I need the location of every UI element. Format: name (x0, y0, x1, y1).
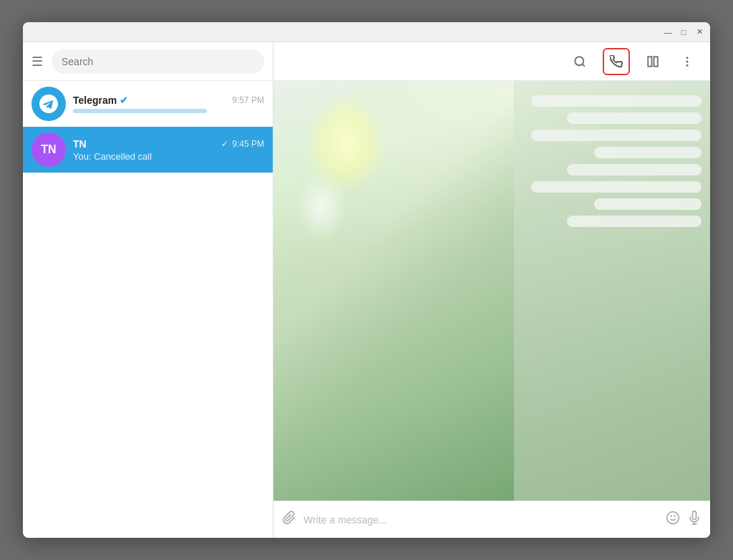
svg-point-6 (686, 64, 689, 66)
list-item[interactable]: Telegram ✔ 9:57 PM (23, 81, 273, 127)
message-bubble (531, 130, 702, 141)
telegram-window: — □ ✕ ☰ (23, 22, 710, 538)
chat-name: Telegram ✔ (73, 95, 128, 106)
message-bubble (567, 216, 702, 227)
svg-point-4 (686, 57, 689, 59)
message-input-area: Write a message... (273, 501, 710, 538)
message-bubble (567, 164, 702, 175)
chat-info: Telegram ✔ 9:57 PM (73, 95, 264, 113)
sidebar-header: ☰ (23, 42, 273, 81)
mic-icon[interactable] (687, 511, 702, 528)
verified-badge: ✔ (120, 95, 128, 106)
sidebar: ☰ Telegram (23, 42, 273, 538)
chat-background (273, 81, 710, 501)
minimize-button[interactable]: — (663, 27, 673, 37)
double-check-icon: ✓ (221, 139, 228, 149)
chat-time: ✓ 9:45 PM (221, 139, 264, 149)
message-bubble (531, 181, 702, 193)
search-input[interactable] (62, 56, 254, 67)
close-button[interactable]: ✕ (694, 27, 704, 37)
chat-bg-left (273, 81, 514, 501)
flower-overlay (273, 81, 514, 501)
message-bubble (567, 112, 702, 124)
chat-bg-right (514, 81, 711, 501)
chat-list: Telegram ✔ 9:57 PM TN TN (23, 81, 273, 538)
main-layout: ☰ Telegram (23, 42, 710, 538)
avatar: TN (31, 132, 66, 167)
titlebar: — □ ✕ (23, 22, 710, 42)
attach-icon[interactable] (282, 511, 296, 528)
message-input-placeholder: Write a message... (304, 514, 387, 526)
chat-info: TN ✓ 9:45 PM You: Cancelled call (73, 138, 264, 162)
chat-area: Write a message... (273, 42, 710, 538)
columns-icon[interactable] (641, 50, 664, 73)
message-bubble (594, 147, 702, 158)
svg-rect-3 (654, 57, 658, 67)
chat-header (273, 42, 710, 81)
message-bubble (594, 198, 702, 210)
svg-point-0 (575, 57, 583, 65)
chat-time: 9:57 PM (232, 95, 264, 105)
svg-point-7 (667, 512, 679, 524)
chat-preview: You: Cancelled call (73, 151, 264, 162)
emoji-icon[interactable] (666, 511, 680, 528)
maximize-button[interactable]: □ (679, 27, 689, 37)
chat-name: TN (73, 138, 87, 150)
list-item[interactable]: TN TN ✓ 9:45 PM You: Cancelled call (23, 127, 273, 173)
hamburger-icon[interactable]: ☰ (31, 54, 43, 69)
svg-rect-2 (648, 57, 651, 67)
svg-point-5 (686, 60, 689, 62)
chat-messages (273, 81, 710, 501)
phone-call-button[interactable] (603, 48, 630, 75)
chat-preview-bar (73, 109, 207, 113)
more-options-icon[interactable] (676, 50, 699, 73)
svg-line-1 (582, 64, 584, 66)
search-box[interactable] (52, 49, 264, 74)
search-chat-icon[interactable] (568, 50, 591, 73)
avatar (31, 87, 66, 121)
message-bubble (531, 95, 702, 107)
